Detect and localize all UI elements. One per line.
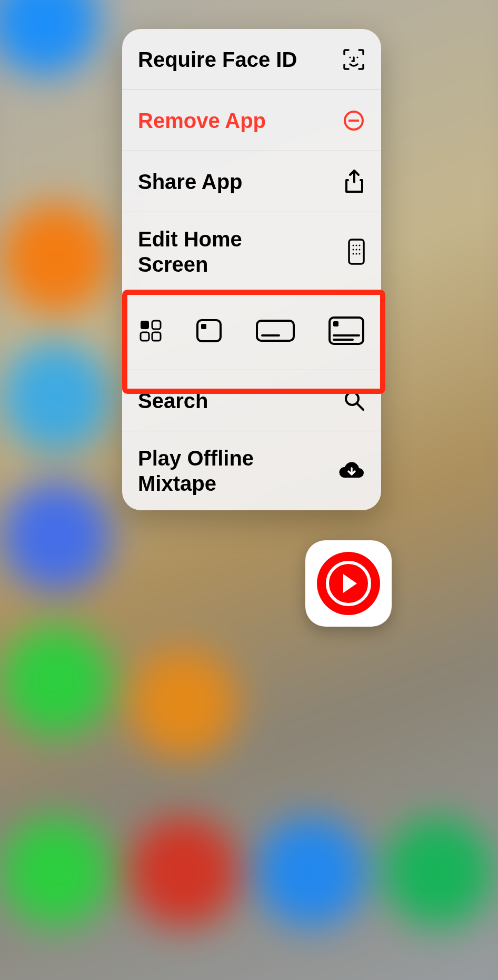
share-app-item[interactable]: Share App: [122, 151, 381, 212]
svg-point-10: [359, 249, 361, 250]
menu-item-label: Search: [138, 388, 208, 413]
svg-point-9: [356, 249, 357, 250]
svg-rect-4: [349, 240, 364, 264]
svg-rect-20: [257, 321, 294, 341]
edit-home-screen-item[interactable]: Edit Home Screen: [122, 212, 381, 291]
svg-point-1: [356, 56, 358, 58]
menu-item-label: Edit Home Screen: [138, 226, 317, 277]
menu-item-label: Require Face ID: [138, 47, 297, 72]
phone-grid-icon: [347, 238, 365, 265]
svg-point-26: [346, 392, 358, 405]
svg-line-27: [357, 404, 363, 410]
svg-rect-17: [152, 332, 161, 341]
search-icon: [343, 390, 365, 412]
widget-wide-card[interactable]: [255, 319, 296, 343]
widget-large-card[interactable]: [327, 315, 365, 346]
svg-rect-16: [141, 332, 149, 341]
search-item[interactable]: Search: [122, 370, 381, 431]
youtube-music-icon: [317, 552, 380, 615]
menu-item-label: Share App: [138, 169, 243, 194]
svg-point-6: [356, 244, 357, 246]
face-id-icon: [342, 48, 365, 71]
widget-size-row: [122, 291, 381, 370]
cloud-download-icon: [338, 461, 365, 481]
play-offline-mixtape-item[interactable]: Play Offline Mixtape: [122, 431, 381, 510]
remove-icon: [342, 109, 365, 132]
svg-point-11: [353, 253, 354, 254]
app-context-menu: Require Face ID Remove App Share App: [122, 29, 381, 510]
menu-item-label: Remove App: [138, 108, 266, 133]
share-icon: [343, 169, 365, 195]
svg-point-13: [359, 253, 361, 254]
svg-rect-14: [141, 321, 149, 329]
svg-rect-18: [197, 320, 221, 341]
svg-point-0: [349, 56, 351, 58]
menu-item-label: Play Offline Mixtape: [138, 446, 317, 496]
svg-point-5: [353, 244, 354, 246]
svg-point-12: [356, 253, 357, 254]
svg-point-8: [353, 249, 354, 250]
widget-small-card[interactable]: [195, 318, 223, 344]
svg-rect-23: [333, 321, 338, 326]
svg-rect-15: [152, 321, 161, 329]
widget-icon-grid[interactable]: [138, 318, 163, 343]
require-face-id-item[interactable]: Require Face ID: [122, 29, 381, 90]
remove-app-item[interactable]: Remove App: [122, 90, 381, 151]
svg-point-7: [359, 244, 361, 246]
app-icon-youtube-music[interactable]: [305, 540, 392, 627]
svg-rect-19: [201, 324, 206, 329]
